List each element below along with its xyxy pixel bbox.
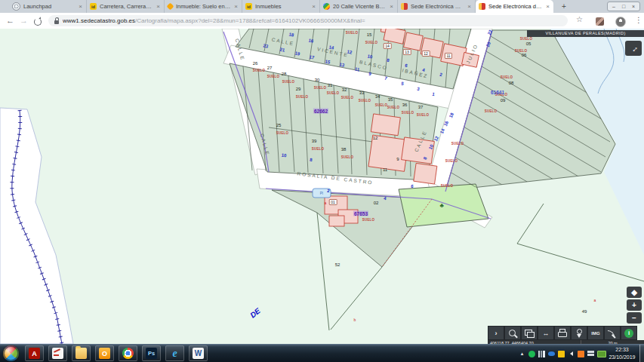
photoshop-icon: Ps <box>146 348 157 359</box>
map-graphics <box>0 29 644 344</box>
tab-close-icon[interactable]: × <box>78 3 83 10</box>
adobe-reader-taskbar-button[interactable]: A <box>25 345 44 361</box>
tab-title: Sede Electrónica del C <box>488 3 542 10</box>
tab-close-icon[interactable]: × <box>311 3 316 10</box>
browser-tab[interactable]: Sede Electrónica del C× <box>476 0 553 13</box>
expand-toolbar-button[interactable]: › <box>488 326 504 340</box>
tray-display-icon[interactable] <box>597 351 606 357</box>
internet-explorer-taskbar-button[interactable]: e <box>165 345 184 361</box>
tab-title: Sede Electrónica del C <box>411 3 464 10</box>
pan-icon: ↔ <box>543 330 550 337</box>
windows-taskbar: AOPseW ▴ 22:33 23/10/2019 <box>0 344 644 362</box>
chrome-taskbar-button[interactable] <box>119 345 137 361</box>
idealista-favicon: id <box>245 3 252 10</box>
taskbar-apps: AOPseW <box>23 345 210 362</box>
tray-ethernet-icon[interactable] <box>587 351 594 357</box>
info-icon: i <box>624 329 633 338</box>
browser-toolbar: ← → www1.sedecatastro.gob.es/Cartografia… <box>0 13 644 29</box>
chrome-icon <box>122 348 134 359</box>
zoom-in-button[interactable]: + <box>627 299 642 311</box>
tab-title: Carretera, Carrera Pais <box>100 3 153 10</box>
browser-tab[interactable]: Launchpad× <box>9 0 87 13</box>
map-toolbar: ›↔IMGi <box>488 326 637 340</box>
browser-tab[interactable]: 20 Calle Vicente Blasc× <box>320 0 398 13</box>
municipality-tooltip: VILLANUEVA DE PERALES(MADRID) <box>527 30 644 37</box>
minimize-button[interactable]: – <box>609 2 618 11</box>
cadastral-map-canvas[interactable]: CALLECALLEVICENTEBLASCOIBAÑEZJULIOCALLEC… <box>0 29 644 344</box>
address-bar[interactable]: www1.sedecatastro.gob.es/Cartografia/map… <box>48 15 568 26</box>
new-tab-button[interactable]: + <box>559 2 569 11</box>
bookmark-star-icon[interactable]: ☆ <box>576 15 583 23</box>
streetview-button[interactable] <box>604 326 621 340</box>
tray-volume-icon[interactable] <box>568 351 575 357</box>
map-zoom-controls: ◆+− <box>627 287 642 324</box>
taskbar-clock[interactable]: 22:33 23/10/2019 <box>606 346 638 361</box>
idealista-favicon: id <box>90 3 97 10</box>
img-icon: IMG <box>591 331 599 336</box>
reload-icon[interactable] <box>34 18 42 26</box>
tab-close-icon[interactable]: × <box>545 3 550 10</box>
marker-button[interactable] <box>571 326 587 340</box>
print-button[interactable] <box>554 326 571 340</box>
browser-tab[interactable]: Sede Electrónica del C× <box>398 0 476 13</box>
fullscreen-button[interactable]: ↔ <box>625 41 642 56</box>
layers-button[interactable] <box>521 326 538 340</box>
forward-button[interactable]: → <box>18 15 29 26</box>
browser-menu-icon[interactable]: ⋮ <box>635 16 642 24</box>
pdf-document-icon <box>52 348 63 359</box>
tab-title: 20 Calle Vicente Blasc <box>333 3 386 10</box>
tab-close-icon[interactable]: × <box>467 3 472 10</box>
sun-favicon <box>167 3 174 11</box>
word-taskbar-button[interactable]: W <box>189 345 208 361</box>
outlook-taskbar-button[interactable]: O <box>95 345 114 361</box>
start-button[interactable] <box>3 345 19 361</box>
photoshop-taskbar-button[interactable]: Ps <box>142 345 161 361</box>
tab-close-icon[interactable]: × <box>389 3 394 10</box>
clock-date: 23/10/2019 <box>606 354 638 361</box>
url-host: www1.sedecatastro.gob.es <box>63 17 135 24</box>
hidden-icons-icon[interactable]: ▴ <box>519 351 525 357</box>
back-button[interactable]: ← <box>5 15 16 26</box>
file-explorer-taskbar-button[interactable] <box>72 345 91 361</box>
window-controls: –□× <box>607 2 640 11</box>
catastro-favicon <box>401 3 408 10</box>
adobe-reader-icon: A <box>29 348 40 359</box>
tab-title: Inmuebles <box>255 3 308 10</box>
word-icon: W <box>193 348 204 359</box>
tray-network-icon[interactable] <box>538 351 545 357</box>
extension-icon[interactable] <box>596 17 604 26</box>
expand-icon: ↔ <box>627 42 639 54</box>
tab-close-icon[interactable]: × <box>156 3 161 10</box>
gmaps-favicon <box>323 3 330 10</box>
tab-title: Inmueble: Suelo en Vil <box>176 3 230 10</box>
url-path: /Cartografia/mapa.aspx?del=28&mun=1788&r… <box>135 17 365 24</box>
globe-favicon <box>12 2 20 11</box>
recenter-button[interactable]: ◆ <box>627 287 642 298</box>
info-button[interactable]: i <box>621 326 637 340</box>
profile-avatar[interactable] <box>615 17 626 27</box>
show-desktop-button[interactable] <box>639 345 644 362</box>
pdf-document-taskbar-button[interactable] <box>48 345 67 361</box>
browser-tab[interactable]: idCarretera, Carrera Pais× <box>87 0 165 13</box>
tray-yellow-app-icon[interactable] <box>558 351 565 357</box>
file-explorer-icon <box>75 348 87 359</box>
tab-close-icon[interactable]: × <box>233 3 239 10</box>
pan-button[interactable]: ↔ <box>538 326 554 340</box>
browser-tab[interactable]: idInmuebles× <box>242 0 320 13</box>
browser-tab[interactable]: Inmueble: Suelo en Vil× <box>165 0 242 13</box>
url-text: www1.sedecatastro.gob.es/Cartografia/map… <box>63 17 365 24</box>
clock-time: 22:33 <box>606 346 638 354</box>
browser-tab-strip: Launchpad×idCarretera, Carrera Pais×Inmu… <box>0 0 644 13</box>
tray-orange-app-icon[interactable] <box>578 351 584 357</box>
close-button[interactable]: × <box>629 2 638 11</box>
desktop-screen: Launchpad×idCarretera, Carrera Pais×Inmu… <box>0 0 644 362</box>
chevron-icon: › <box>495 330 498 337</box>
tray-green-app-icon[interactable] <box>528 351 535 357</box>
restore-button[interactable]: □ <box>619 2 628 11</box>
catastro-favicon <box>479 3 485 10</box>
tray-onedrive-icon[interactable] <box>548 351 555 356</box>
imagery-button[interactable]: IMG <box>587 326 604 340</box>
zoom-out-button[interactable]: − <box>627 312 642 324</box>
tab-list: Launchpad×idCarretera, Carrera Pais×Inmu… <box>9 0 553 13</box>
zoom-tool-button[interactable] <box>504 326 521 340</box>
